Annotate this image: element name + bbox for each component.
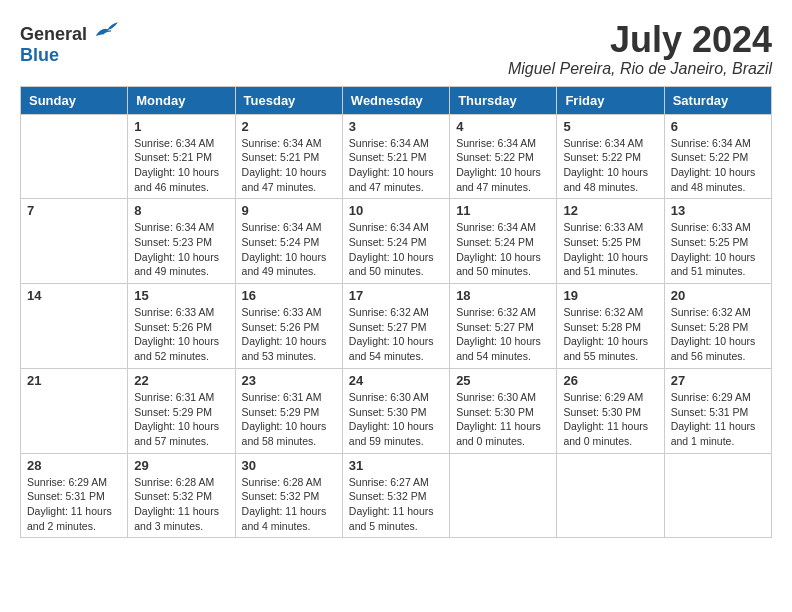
- calendar-cell: 10Sunrise: 6:34 AMSunset: 5:24 PMDayligh…: [342, 199, 449, 284]
- day-info: Sunrise: 6:32 AMSunset: 5:28 PMDaylight:…: [671, 305, 765, 364]
- day-number: 5: [563, 119, 657, 134]
- day-info: Sunrise: 6:34 AMSunset: 5:22 PMDaylight:…: [671, 136, 765, 195]
- day-info: Sunrise: 6:27 AMSunset: 5:32 PMDaylight:…: [349, 475, 443, 534]
- day-info: Sunrise: 6:34 AMSunset: 5:24 PMDaylight:…: [456, 220, 550, 279]
- calendar-cell: 26Sunrise: 6:29 AMSunset: 5:30 PMDayligh…: [557, 368, 664, 453]
- day-number: 12: [563, 203, 657, 218]
- calendar-cell: 4Sunrise: 6:34 AMSunset: 5:22 PMDaylight…: [450, 114, 557, 199]
- day-number: 19: [563, 288, 657, 303]
- calendar-cell: 16Sunrise: 6:33 AMSunset: 5:26 PMDayligh…: [235, 284, 342, 369]
- day-info: Sunrise: 6:28 AMSunset: 5:32 PMDaylight:…: [134, 475, 228, 534]
- day-info: Sunrise: 6:34 AMSunset: 5:22 PMDaylight:…: [456, 136, 550, 195]
- weekday-header: Saturday: [664, 86, 771, 114]
- logo-bird-icon: [94, 20, 118, 40]
- calendar-cell: 17Sunrise: 6:32 AMSunset: 5:27 PMDayligh…: [342, 284, 449, 369]
- calendar-cell: 11Sunrise: 6:34 AMSunset: 5:24 PMDayligh…: [450, 199, 557, 284]
- day-number: 16: [242, 288, 336, 303]
- day-number: 15: [134, 288, 228, 303]
- day-number: 18: [456, 288, 550, 303]
- calendar-cell: 25Sunrise: 6:30 AMSunset: 5:30 PMDayligh…: [450, 368, 557, 453]
- day-number: 27: [671, 373, 765, 388]
- calendar-cell: 27Sunrise: 6:29 AMSunset: 5:31 PMDayligh…: [664, 368, 771, 453]
- calendar-cell: 23Sunrise: 6:31 AMSunset: 5:29 PMDayligh…: [235, 368, 342, 453]
- day-number: 4: [456, 119, 550, 134]
- day-info: Sunrise: 6:32 AMSunset: 5:27 PMDaylight:…: [456, 305, 550, 364]
- day-number: 3: [349, 119, 443, 134]
- calendar-cell: 7: [21, 199, 128, 284]
- day-number: 28: [27, 458, 121, 473]
- calendar-cell: 19Sunrise: 6:32 AMSunset: 5:28 PMDayligh…: [557, 284, 664, 369]
- calendar-cell: 5Sunrise: 6:34 AMSunset: 5:22 PMDaylight…: [557, 114, 664, 199]
- calendar-cell: 12Sunrise: 6:33 AMSunset: 5:25 PMDayligh…: [557, 199, 664, 284]
- day-info: Sunrise: 6:28 AMSunset: 5:32 PMDaylight:…: [242, 475, 336, 534]
- day-number: 9: [242, 203, 336, 218]
- day-number: 30: [242, 458, 336, 473]
- calendar-cell: 31Sunrise: 6:27 AMSunset: 5:32 PMDayligh…: [342, 453, 449, 538]
- day-info: Sunrise: 6:30 AMSunset: 5:30 PMDaylight:…: [349, 390, 443, 449]
- calendar-cell: [21, 114, 128, 199]
- day-number: 22: [134, 373, 228, 388]
- day-info: Sunrise: 6:33 AMSunset: 5:26 PMDaylight:…: [134, 305, 228, 364]
- calendar-cell: 1Sunrise: 6:34 AMSunset: 5:21 PMDaylight…: [128, 114, 235, 199]
- day-info: Sunrise: 6:29 AMSunset: 5:31 PMDaylight:…: [671, 390, 765, 449]
- weekday-header: Monday: [128, 86, 235, 114]
- calendar-cell: 28Sunrise: 6:29 AMSunset: 5:31 PMDayligh…: [21, 453, 128, 538]
- weekday-header: Friday: [557, 86, 664, 114]
- day-number: 23: [242, 373, 336, 388]
- calendar-week-row: 78Sunrise: 6:34 AMSunset: 5:23 PMDayligh…: [21, 199, 772, 284]
- logo-general: General: [20, 24, 87, 44]
- day-number: 14: [27, 288, 121, 303]
- calendar-cell: 22Sunrise: 6:31 AMSunset: 5:29 PMDayligh…: [128, 368, 235, 453]
- day-number: 26: [563, 373, 657, 388]
- day-info: Sunrise: 6:34 AMSunset: 5:24 PMDaylight:…: [349, 220, 443, 279]
- weekday-header: Sunday: [21, 86, 128, 114]
- calendar-cell: 18Sunrise: 6:32 AMSunset: 5:27 PMDayligh…: [450, 284, 557, 369]
- calendar-cell: 9Sunrise: 6:34 AMSunset: 5:24 PMDaylight…: [235, 199, 342, 284]
- calendar-header-row: SundayMondayTuesdayWednesdayThursdayFrid…: [21, 86, 772, 114]
- location-subtitle: Miguel Pereira, Rio de Janeiro, Brazil: [508, 60, 772, 78]
- day-info: Sunrise: 6:34 AMSunset: 5:21 PMDaylight:…: [134, 136, 228, 195]
- calendar-cell: 21: [21, 368, 128, 453]
- day-info: Sunrise: 6:34 AMSunset: 5:21 PMDaylight:…: [349, 136, 443, 195]
- day-number: 25: [456, 373, 550, 388]
- day-number: 31: [349, 458, 443, 473]
- day-number: 1: [134, 119, 228, 134]
- calendar-cell: 20Sunrise: 6:32 AMSunset: 5:28 PMDayligh…: [664, 284, 771, 369]
- day-number: 13: [671, 203, 765, 218]
- day-info: Sunrise: 6:30 AMSunset: 5:30 PMDaylight:…: [456, 390, 550, 449]
- day-number: 10: [349, 203, 443, 218]
- day-info: Sunrise: 6:31 AMSunset: 5:29 PMDaylight:…: [242, 390, 336, 449]
- day-info: Sunrise: 6:32 AMSunset: 5:27 PMDaylight:…: [349, 305, 443, 364]
- day-number: 11: [456, 203, 550, 218]
- day-info: Sunrise: 6:33 AMSunset: 5:25 PMDaylight:…: [671, 220, 765, 279]
- calendar-cell: 29Sunrise: 6:28 AMSunset: 5:32 PMDayligh…: [128, 453, 235, 538]
- day-number: 6: [671, 119, 765, 134]
- day-number: 24: [349, 373, 443, 388]
- day-info: Sunrise: 6:29 AMSunset: 5:30 PMDaylight:…: [563, 390, 657, 449]
- calendar-cell: 14: [21, 284, 128, 369]
- calendar-cell: 30Sunrise: 6:28 AMSunset: 5:32 PMDayligh…: [235, 453, 342, 538]
- logo: General Blue: [20, 20, 118, 66]
- day-info: Sunrise: 6:33 AMSunset: 5:25 PMDaylight:…: [563, 220, 657, 279]
- calendar-cell: [664, 453, 771, 538]
- day-info: Sunrise: 6:31 AMSunset: 5:29 PMDaylight:…: [134, 390, 228, 449]
- calendar-cell: 15Sunrise: 6:33 AMSunset: 5:26 PMDayligh…: [128, 284, 235, 369]
- calendar-cell: 3Sunrise: 6:34 AMSunset: 5:21 PMDaylight…: [342, 114, 449, 199]
- calendar-cell: 24Sunrise: 6:30 AMSunset: 5:30 PMDayligh…: [342, 368, 449, 453]
- logo-text: General Blue: [20, 20, 118, 66]
- day-number: 20: [671, 288, 765, 303]
- calendar-table: SundayMondayTuesdayWednesdayThursdayFrid…: [20, 86, 772, 539]
- calendar-cell: 6Sunrise: 6:34 AMSunset: 5:22 PMDaylight…: [664, 114, 771, 199]
- day-number: 8: [134, 203, 228, 218]
- day-info: Sunrise: 6:34 AMSunset: 5:24 PMDaylight:…: [242, 220, 336, 279]
- day-info: Sunrise: 6:29 AMSunset: 5:31 PMDaylight:…: [27, 475, 121, 534]
- calendar-cell: 8Sunrise: 6:34 AMSunset: 5:23 PMDaylight…: [128, 199, 235, 284]
- day-number: 29: [134, 458, 228, 473]
- calendar-week-row: 2122Sunrise: 6:31 AMSunset: 5:29 PMDayli…: [21, 368, 772, 453]
- weekday-header: Tuesday: [235, 86, 342, 114]
- day-info: Sunrise: 6:34 AMSunset: 5:21 PMDaylight:…: [242, 136, 336, 195]
- day-info: Sunrise: 6:34 AMSunset: 5:22 PMDaylight:…: [563, 136, 657, 195]
- calendar-cell: 2Sunrise: 6:34 AMSunset: 5:21 PMDaylight…: [235, 114, 342, 199]
- day-info: Sunrise: 6:34 AMSunset: 5:23 PMDaylight:…: [134, 220, 228, 279]
- day-number: 17: [349, 288, 443, 303]
